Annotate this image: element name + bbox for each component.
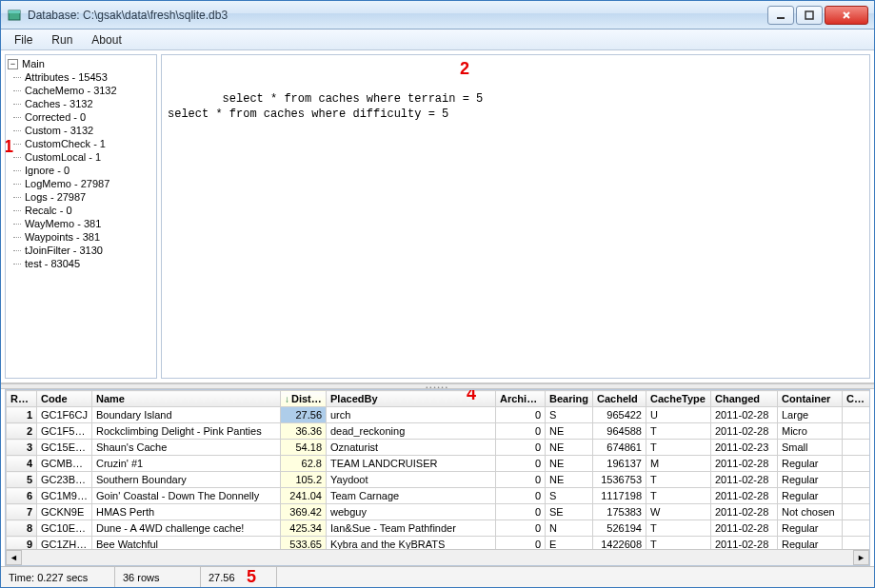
tree-item[interactable]: CacheMemo - 3132 [13, 84, 154, 97]
table-cell[interactable]: T [646, 423, 711, 440]
table-cell[interactable]: Regular [778, 472, 843, 488]
column-header[interactable]: Code [37, 391, 92, 407]
table-cell[interactable]: NE [546, 472, 593, 488]
table-cell[interactable]: 62.8 [281, 456, 327, 472]
menu-about[interactable]: About [82, 29, 130, 49]
tree-item[interactable]: tJoinFilter - 3130 [13, 244, 154, 257]
table-cell[interactable]: 54.18 [281, 440, 327, 456]
tree-item[interactable]: Custom - 3132 [13, 124, 154, 137]
table-row[interactable]: 8GC10EAYDune - A 4WD challenge cache!425… [7, 520, 870, 537]
table-cell[interactable] [843, 537, 870, 550]
tree-item[interactable]: Attributes - 15453 [13, 70, 154, 84]
table-cell[interactable]: Regular [778, 456, 843, 472]
table-cell[interactable]: Kybra and the KyBRATS [327, 537, 496, 550]
table-cell[interactable]: E [546, 537, 593, 550]
tree-item[interactable]: Caches - 3132 [13, 97, 154, 110]
table-cell[interactable]: NE [546, 423, 593, 440]
table-cell[interactable]: Not chosen [778, 504, 843, 520]
table-cell[interactable] [843, 504, 870, 520]
grid-scroll[interactable]: RowCodeName↓Dist…PlacedByArchivedBearing… [6, 390, 869, 549]
table-cell[interactable]: Rockclimbing Delight - Pink Panties [92, 423, 281, 440]
table-cell[interactable]: Yaydoot [327, 472, 496, 488]
table-row[interactable]: 9GC1ZH4GBee Watchful533.65Kybra and the … [7, 537, 870, 550]
table-cell[interactable]: GC1M9AJ [37, 488, 92, 504]
table-cell[interactable]: GC1F6CJ [37, 407, 92, 423]
table-row[interactable]: 4GCMBWYCruzin' #162.8TEAM LANDCRUISER0NE… [7, 456, 870, 472]
table-cell[interactable]: NE [546, 456, 593, 472]
table-cell[interactable]: dead_reckoning [327, 423, 496, 440]
table-cell[interactable]: S [546, 488, 593, 504]
table-cell[interactable]: 0 [496, 440, 546, 456]
menu-file[interactable]: File [5, 29, 42, 49]
table-cell[interactable]: HMAS Perth [92, 504, 281, 520]
table-cell[interactable]: Micro [778, 423, 843, 440]
column-header[interactable]: Changed [711, 391, 778, 407]
table-cell[interactable]: Regular [778, 537, 843, 550]
table-cell[interactable]: Regular [778, 488, 843, 504]
table-cell[interactable]: Southern Boundary [92, 472, 281, 488]
table-cell[interactable]: 2011-02-28 [711, 472, 778, 488]
tree-item[interactable]: WayMemo - 381 [13, 217, 154, 230]
horizontal-scrollbar[interactable]: ◄ ► [6, 549, 869, 565]
table-cell[interactable]: 964588 [593, 423, 646, 440]
table-cell[interactable]: 0 [496, 537, 546, 550]
table-cell[interactable]: T [646, 488, 711, 504]
column-header[interactable]: PlacedBy [327, 391, 496, 407]
table-cell[interactable] [843, 520, 870, 537]
table-row[interactable]: 6GC1M9AJGoin' Coastal - Down The Donnell… [7, 488, 870, 504]
table-cell[interactable]: Dune - A 4WD challenge cache! [92, 520, 281, 537]
table-cell[interactable]: Large [778, 407, 843, 423]
table-cell[interactable] [843, 488, 870, 504]
table-cell[interactable]: T [646, 520, 711, 537]
column-header[interactable]: Name [92, 391, 281, 407]
table-cell[interactable]: Small [778, 440, 843, 456]
tree-root[interactable]: − Main [8, 57, 154, 70]
table-cell[interactable]: U [646, 407, 711, 423]
table-cell[interactable]: 2011-02-28 [711, 423, 778, 440]
tree-item[interactable]: Waypoints - 381 [13, 230, 154, 244]
table-cell[interactable]: 1422608 [593, 537, 646, 550]
table-cell[interactable]: 1 [7, 407, 37, 423]
table-cell[interactable]: 4 [7, 456, 37, 472]
tree-item[interactable]: Corrected - 0 [13, 110, 154, 124]
table-cell[interactable]: 27.56 [281, 407, 327, 423]
table-cell[interactable]: urch [327, 407, 496, 423]
menu-run[interactable]: Run [42, 29, 82, 49]
table-cell[interactable]: W [646, 504, 711, 520]
table-cell[interactable]: NE [546, 440, 593, 456]
table-cell[interactable]: Oznaturist [327, 440, 496, 456]
table-cell[interactable]: Goin' Coastal - Down The Donnelly [92, 488, 281, 504]
table-cell[interactable]: 0 [496, 472, 546, 488]
table-cell[interactable]: Ian&Sue - Team Pathfinder [327, 520, 496, 537]
table-row[interactable]: 3GC15E1MShaun's Cache54.18Oznaturist0NE6… [7, 440, 870, 456]
maximize-button[interactable] [796, 6, 823, 25]
table-cell[interactable]: 0 [496, 504, 546, 520]
table-cell[interactable]: GC23BXK [37, 472, 92, 488]
table-cell[interactable]: 526194 [593, 520, 646, 537]
table-cell[interactable] [843, 456, 870, 472]
table-cell[interactable]: 1117198 [593, 488, 646, 504]
table-cell[interactable]: GCMBWY [37, 456, 92, 472]
table-cell[interactable]: 0 [496, 407, 546, 423]
tree-pane[interactable]: 1 − Main Attributes - 15453CacheMemo - 3… [5, 54, 157, 379]
table-cell[interactable]: GC10EAY [37, 520, 92, 537]
table-cell[interactable]: 8 [7, 520, 37, 537]
table-row[interactable]: 5GC23BXKSouthern Boundary105.2Yaydoot0NE… [7, 472, 870, 488]
table-cell[interactable]: Regular [778, 520, 843, 537]
table-cell[interactable]: 241.04 [281, 488, 327, 504]
table-cell[interactable]: 2011-02-28 [711, 537, 778, 550]
tree-item[interactable]: Logs - 27987 [13, 190, 154, 204]
table-row[interactable]: 2GC1F5GNRockclimbing Delight - Pink Pant… [7, 423, 870, 440]
table-cell[interactable]: GC1ZH4G [37, 537, 92, 550]
table-cell[interactable]: GCKN9E [37, 504, 92, 520]
table-cell[interactable]: Cruzin' #1 [92, 456, 281, 472]
table-cell[interactable]: 0 [496, 488, 546, 504]
table-cell[interactable]: 2011-02-28 [711, 456, 778, 472]
table-cell[interactable]: 0 [496, 520, 546, 537]
table-cell[interactable]: 196137 [593, 456, 646, 472]
tree-item[interactable]: CustomCheck - 1 [13, 137, 154, 150]
table-cell[interactable]: 1536753 [593, 472, 646, 488]
table-cell[interactable]: S [546, 407, 593, 423]
table-cell[interactable]: TEAM LANDCRUISER [327, 456, 496, 472]
column-header[interactable]: Bearing [546, 391, 593, 407]
